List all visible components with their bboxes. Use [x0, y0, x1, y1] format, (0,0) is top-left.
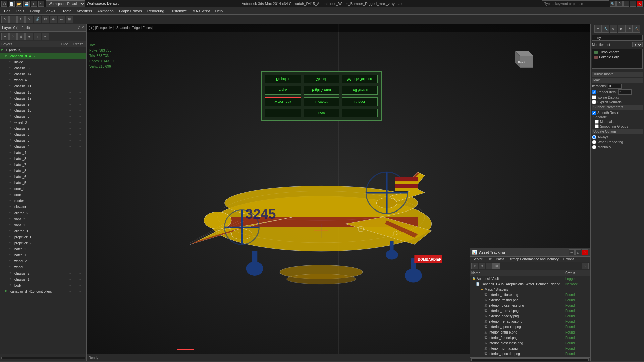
- select-tool-btn[interactable]: ↖: [1, 16, 9, 23]
- layer-freeze-toggle[interactable]: ···: [75, 248, 85, 251]
- layer-item-chassis_1[interactable]: ○chassis_1······: [0, 276, 86, 282]
- layer-hide-toggle[interactable]: ···: [65, 205, 75, 208]
- viewport-orientation-cube[interactable]: Front: [510, 44, 533, 68]
- layer-hide-toggle[interactable]: ···: [65, 133, 75, 136]
- layer-hide-toggle[interactable]: ···: [65, 248, 75, 251]
- layer-item-chassis_13[interactable]: ○chassis_13······: [0, 89, 86, 95]
- layers-scrollbar-h[interactable]: [1, 357, 85, 359]
- asset-item-13[interactable]: 🖼interior_normal.pngFound: [470, 346, 590, 351]
- layer-hide-toggle[interactable]: ···: [65, 254, 75, 257]
- asset-menu-options[interactable]: Options: [561, 257, 576, 262]
- asset-item-10[interactable]: 🖼interior_diffuse.pngFound: [470, 329, 590, 335]
- layer-item-chassis_6[interactable]: ○chassis_6······: [0, 131, 86, 137]
- layer-item-canadair_d_415[interactable]: ▶canadair_d_415······: [0, 53, 86, 59]
- turbosmooth-section-title[interactable]: TurboSmooth: [592, 72, 643, 77]
- workspace-dropdown[interactable]: Workspace: Default: [46, 0, 85, 7]
- editable-poly-modifier[interactable]: Editable Poly: [593, 55, 642, 60]
- layer-item-chassis_3[interactable]: ○chassis_3······: [0, 137, 86, 143]
- move-tool-btn[interactable]: ✛: [9, 16, 17, 23]
- layer-item-wheel_3[interactable]: ○wheel_3······: [0, 119, 86, 125]
- layer-hide-toggle[interactable]: ···: [65, 193, 75, 196]
- layer-hide-toggle[interactable]: ···: [65, 163, 75, 166]
- layer-item-chassis_5[interactable]: ○chassis_5······: [0, 113, 86, 119]
- layer-freeze-toggle[interactable]: ···: [75, 230, 85, 233]
- layer-freeze-toggle[interactable]: ···: [75, 212, 85, 215]
- update-options-title[interactable]: Update Options: [592, 129, 643, 134]
- layers-freeze-col[interactable]: Freeze: [71, 42, 85, 46]
- layer-hide-toggle[interactable]: ···: [65, 187, 75, 190]
- utilities-btn[interactable]: 🔨: [633, 25, 640, 33]
- menu-modifiers[interactable]: Modifiers: [74, 8, 95, 14]
- asset-refresh-btn[interactable]: ↻: [471, 263, 478, 269]
- layer-hide-toggle[interactable]: ···: [65, 91, 75, 94]
- layer-item-hatch_1[interactable]: ○hatch_1······: [0, 252, 86, 258]
- close-btn[interactable]: ✕: [637, 1, 643, 7]
- mirror-btn[interactable]: ⇔: [58, 16, 65, 23]
- layer-item-rudder[interactable]: ○rudder······: [0, 198, 86, 204]
- surface-params-title[interactable]: Surface Parameters: [592, 105, 643, 110]
- layer-freeze-toggle[interactable]: ···: [75, 284, 85, 287]
- create-panel-btn[interactable]: ✛: [594, 25, 602, 33]
- menu-maxscript[interactable]: MAXScript: [190, 8, 213, 14]
- layer-freeze-toggle[interactable]: ···: [75, 236, 85, 239]
- layer-freeze-toggle[interactable]: ···: [75, 49, 85, 52]
- link-btn[interactable]: 🔗: [34, 16, 41, 23]
- layer-item-aileron_2[interactable]: ○aileron_2······: [0, 210, 86, 216]
- layer-hide-toggle[interactable]: ···: [65, 79, 75, 82]
- isoline-check[interactable]: [592, 95, 596, 99]
- layer-item-hatch_6[interactable]: ○hatch_6······: [0, 174, 86, 180]
- asset-item-3[interactable]: 🖼exterior_diffuse.pngFound: [470, 292, 590, 297]
- layer-item-wheel_4[interactable]: ○wheel_4······: [0, 77, 86, 83]
- layer-freeze-toggle[interactable]: ···: [75, 187, 85, 190]
- layer-hide-toggle[interactable]: ···: [65, 199, 75, 202]
- menu-group[interactable]: Group: [27, 8, 43, 14]
- menu-animation[interactable]: Animation: [95, 8, 116, 14]
- layer-item-flaps_2[interactable]: ○flaps_2······: [0, 216, 86, 222]
- asset-item-9[interactable]: 🖼exterior_specular.pngFound: [470, 324, 590, 329]
- layer-item-hatch_4[interactable]: ○hatch_4······: [0, 149, 86, 156]
- layer-item-door_int[interactable]: ○door_int······: [0, 186, 86, 192]
- menu-tools[interactable]: Tools: [13, 8, 27, 14]
- layer-freeze-toggle[interactable]: ···: [75, 73, 85, 76]
- layer-item-hatch_5[interactable]: ○hatch_5······: [0, 180, 86, 186]
- layer-item-inside[interactable]: ○inside······: [0, 59, 86, 65]
- layer-hide-toggle[interactable]: ···: [65, 169, 75, 172]
- layers-close-icon[interactable]: ✕: [81, 25, 84, 30]
- layer-item-chassis_4[interactable]: ○chassis_4······: [0, 143, 86, 149]
- layer-freeze-toggle[interactable]: ···: [75, 163, 85, 166]
- layer-item-wheel_1[interactable]: ○wheel_1······: [0, 264, 86, 270]
- layer-freeze-toggle[interactable]: ···: [75, 272, 85, 275]
- asset-item-12[interactable]: 🖼interior_glossiness.pngFound: [470, 340, 590, 346]
- asset-item-2[interactable]: ▶Maps / Shaders: [470, 287, 590, 292]
- layer-item-chassis_2[interactable]: ○chassis_2······: [0, 270, 86, 276]
- layer-item-chassis_14[interactable]: ○chassis_14······: [0, 71, 86, 77]
- menu-edit[interactable]: Edit: [1, 8, 13, 14]
- layer-item-wheel_2[interactable]: ○wheel_2······: [0, 258, 86, 264]
- asset-expand-btn[interactable]: ⊕: [479, 263, 485, 269]
- asset-menu-server[interactable]: Server: [471, 257, 484, 262]
- layer-hide-toggle[interactable]: ···: [65, 115, 75, 118]
- layer-hide-toggle[interactable]: ···: [65, 242, 75, 245]
- asset-minimize-btn[interactable]: ─: [569, 249, 575, 255]
- undo-btn[interactable]: ↩: [31, 1, 37, 7]
- layer-freeze-toggle[interactable]: ···: [75, 115, 85, 118]
- layer-item-0-(default)[interactable]: ▶0 (default)······: [0, 47, 86, 53]
- render-iters-input[interactable]: [618, 89, 632, 95]
- asset-item-14[interactable]: 🖼interior_specular.pngFound: [470, 351, 590, 356]
- layer-hide-toggle[interactable]: ···: [65, 55, 75, 58]
- motion-btn[interactable]: ▶: [618, 25, 625, 33]
- layer-item-canadair_d_415_controllers[interactable]: ▶canadair_d_415_controllers······: [0, 288, 86, 294]
- menu-rendering[interactable]: Rendering: [145, 8, 167, 14]
- help-search-btn[interactable]: ?: [616, 1, 623, 7]
- layer-freeze-toggle[interactable]: ···: [75, 85, 85, 88]
- layer-item-hatch_2[interactable]: ○hatch_2······: [0, 246, 86, 252]
- new-btn[interactable]: 📄: [9, 1, 15, 7]
- layer-item-chassis_12[interactable]: ○chassis_12······: [0, 95, 86, 101]
- layer-freeze-toggle[interactable]: ···: [75, 157, 85, 160]
- asset-item-4[interactable]: 🖼exterior_fresnel.pngFound: [470, 297, 590, 303]
- layer-hide-toggle[interactable]: ···: [65, 278, 75, 281]
- layer-freeze-toggle[interactable]: ···: [75, 199, 85, 202]
- layer-hide-toggle[interactable]: ···: [65, 236, 75, 239]
- smoothing-groups-check[interactable]: [595, 124, 599, 128]
- layer-freeze-toggle[interactable]: ···: [75, 109, 85, 112]
